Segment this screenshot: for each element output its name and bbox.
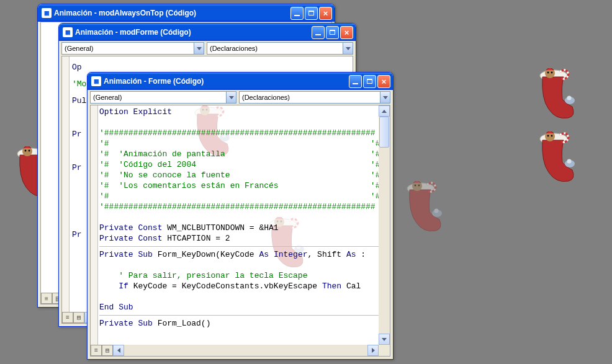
horizontal-scrollbar[interactable]: ≡ ▤ (91, 345, 379, 356)
close-button[interactable]: × (377, 75, 390, 88)
scroll-left-button[interactable] (113, 345, 124, 356)
scroll-up-button[interactable] (379, 105, 390, 117)
object-combo[interactable]: (General) (61, 42, 204, 55)
vscroll-track[interactable] (379, 148, 390, 334)
app-icon: ▦ (42, 8, 52, 18)
minimize-button[interactable] (312, 26, 325, 39)
code-margin (91, 105, 98, 345)
view-full-module-icon[interactable]: ≡ (62, 312, 73, 323)
view-procedure-icon[interactable]: ▤ (102, 345, 113, 356)
object-combo-text: (General) (65, 45, 194, 52)
code-content[interactable]: Option Explicit '#######################… (99, 107, 379, 345)
app-icon: ▦ (91, 76, 101, 86)
window-title: Animación - modAlwaysOnTop (Código) (54, 9, 290, 17)
minimize-button[interactable] (349, 75, 362, 88)
vertical-scrollbar[interactable] (379, 105, 390, 345)
maximize-button[interactable] (363, 75, 376, 88)
titlebar[interactable]: ▦ Animación - Forme (Código) × (88, 73, 393, 90)
window-title: Animación - Forme (Código) (104, 77, 349, 86)
scroll-right-button[interactable] (367, 345, 379, 356)
code-margin (62, 56, 70, 312)
object-combo[interactable]: (General) (90, 91, 236, 104)
procedure-combo-text: (Declaraciones) (210, 45, 343, 52)
titlebar[interactable]: ▦ Animación - modAlwaysOnTop (Código) × (38, 4, 335, 22)
object-combo-text: (General) (93, 94, 226, 101)
procedure-combo[interactable]: (Declaraciones) (207, 42, 353, 55)
close-button[interactable]: × (319, 7, 332, 20)
scrollbar-corner (379, 345, 390, 356)
object-proc-toolbar: (General) (Declaraciones) (88, 90, 393, 105)
maximize-button[interactable] (326, 26, 339, 39)
code-window-forme[interactable]: ▦ Animación - Forme (Código) × (General)… (87, 72, 394, 360)
procedure-combo[interactable]: (Declaraciones) (239, 91, 390, 104)
scroll-down-button[interactable] (379, 334, 390, 345)
code-editor[interactable]: Option Explicit '#######################… (90, 105, 390, 357)
chevron-down-icon[interactable] (380, 92, 390, 103)
code-peek: Op 'Mo Pul Pr Pr Pr (72, 59, 86, 243)
view-full-module-icon[interactable]: ≡ (41, 293, 52, 304)
titlebar[interactable]: ▦ Animación - modForme (Código) × (59, 24, 356, 41)
chevron-down-icon[interactable] (194, 43, 204, 54)
close-button[interactable]: × (340, 26, 353, 39)
object-proc-toolbar: (General) (Declaraciones) (59, 41, 356, 56)
view-full-module-icon[interactable]: ≡ (91, 345, 102, 356)
procedure-combo-text: (Declaraciones) (242, 94, 380, 101)
minimize-button[interactable] (290, 7, 304, 20)
chevron-down-icon[interactable] (343, 43, 353, 54)
hscroll-track[interactable] (124, 345, 367, 356)
window-title: Animación - modForme (Código) (75, 28, 312, 37)
vscroll-thumb[interactable] (379, 117, 389, 148)
chevron-down-icon[interactable] (226, 92, 236, 103)
app-icon: ▦ (63, 27, 73, 37)
view-procedure-icon[interactable]: ▤ (73, 312, 84, 323)
maximize-button[interactable] (305, 7, 318, 20)
